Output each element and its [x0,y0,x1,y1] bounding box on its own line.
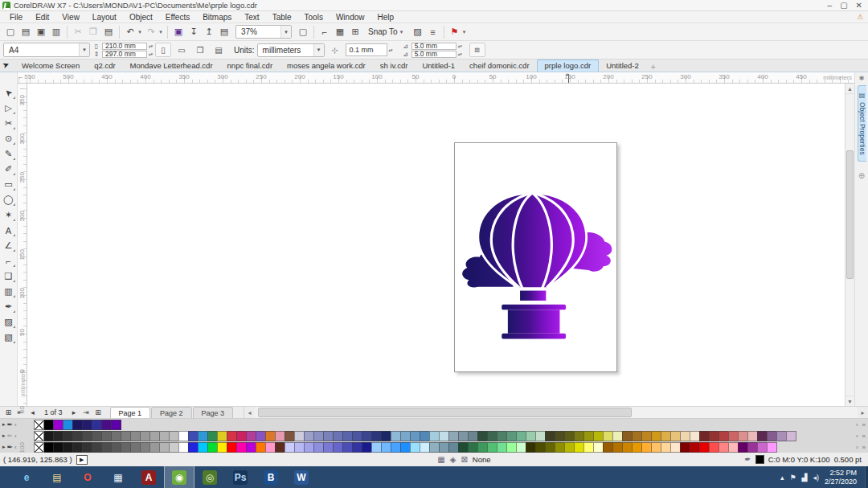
doc-tab-untitled-2[interactable]: Untitled-2 [599,60,646,72]
menu-window[interactable]: Window [330,13,371,22]
duplicate-y-stepper[interactable]: ▴▾ [458,52,462,55]
palette-scroll-left-icon[interactable]: ‹ [14,444,17,451]
coordinates-flyout-button[interactable]: ▶ [76,455,88,465]
palette-flyout-icon[interactable]: ▸ [2,433,6,439]
menu-bitmaps[interactable]: Bitmaps [196,13,238,22]
docker-options-icon[interactable]: ✱ [859,72,865,84]
portrait-button[interactable]: ▯ [155,43,171,57]
palette-scroll-left-icon[interactable]: ‹ [14,421,17,429]
transparency-tool[interactable]: ▥ [1,284,17,299]
artistic-media-tool[interactable]: ✐ [1,162,17,177]
palette-expand-icon[interactable]: » [862,421,866,429]
add-docker-button[interactable]: ⊕ [858,171,865,180]
doc-tab-sh-iv-cdr[interactable]: sh iv.cdr [373,60,416,72]
open-button[interactable]: ▤ [18,25,33,39]
doc-tab-prple-logo-cdr[interactable]: prple logo.cdr [537,59,600,72]
fill-icon[interactable]: ◈ [450,455,457,464]
taskbar-internet-explorer[interactable]: e [11,466,42,488]
palette-expand-icon[interactable]: » [862,433,866,440]
document-page[interactable] [454,142,617,372]
pick-tool[interactable]: ➤ [1,85,17,100]
connector-tool[interactable]: ⌐ [1,253,17,269]
vertical-scroll-track[interactable] [845,94,854,396]
treat-as-filled-button[interactable]: ⧈ [469,43,485,57]
vertical-scrollbar[interactable]: ▲ ▼ [845,84,854,406]
units-select[interactable]: millimeters ▾ [257,43,325,57]
redo-button[interactable]: ↷ [144,25,158,39]
palette-scroll-right-icon[interactable]: › [856,421,858,429]
application-launcher-button[interactable]: ≡ [426,25,440,39]
duplicate-x-field[interactable]: 5.0 mm [411,43,457,50]
shape-tool[interactable]: ▷ [1,100,17,116]
menu-file[interactable]: File [3,13,29,22]
duplicate-y-field[interactable]: 5.0 mm [411,51,457,58]
current-page-button[interactable]: ▤ [211,43,227,57]
nudge-distance-field[interactable]: 0.1 mm [346,43,387,56]
redo-dropdown[interactable]: ▾ [158,29,164,35]
page-width-stepper[interactable]: ▴▾ [149,44,153,47]
export-button[interactable]: ↥ [202,25,216,39]
undo-button[interactable]: ↶ [123,25,137,39]
snap-to-dropdown[interactable]: Snap To▾ [363,27,410,36]
doc-tab-welcome-screen[interactable]: Welcome Screen [14,60,87,72]
page-tab-page-1[interactable]: Page 1 [110,407,151,418]
upgrade-alert-icon[interactable]: ⚠ [857,13,863,21]
vertical-scroll-thumb[interactable] [846,150,854,279]
horizontal-scrollbar[interactable]: ◂ ▸ [244,407,868,418]
menu-table[interactable]: Table [266,13,298,22]
full-screen-preview-button[interactable]: ▢ [296,25,310,39]
search-content-button[interactable]: ▣ [171,25,186,39]
palette-eyedropper-icon[interactable]: ✒ [7,443,14,451]
palette-scroll-left-icon[interactable]: ‹ [14,433,17,440]
page-height-field[interactable]: 297.0 mm [102,51,147,58]
taskbar-adobe-reader[interactable]: A [133,466,164,488]
page-tab-page-2[interactable]: Page 2 [151,407,192,418]
network-icon[interactable]: ▟ [802,474,808,482]
menu-layout[interactable]: Layout [86,13,123,22]
taskbar-opera[interactable]: O [72,466,103,488]
rectangle-tool[interactable]: ▭ [1,177,17,192]
zoom-level-select[interactable]: 37%▾ [235,25,292,39]
text-tool[interactable]: A [1,223,17,238]
publish-to-pdf-button[interactable]: ▤ [217,25,231,39]
show-rulers-button[interactable]: ⌐ [317,25,332,39]
zoom-tool[interactable]: ⊙ [1,131,17,146]
drop-shadow-tool[interactable]: ❑ [1,269,17,284]
vertical-ruler[interactable]: millimeters 35030025020015010050050100 [18,84,27,406]
add-page-after-button[interactable]: ⊞ [93,408,104,416]
taskbar-word[interactable]: W [286,466,317,488]
options-button[interactable]: ▨ [411,25,425,39]
copy-button[interactable]: ❐ [86,25,100,39]
doc-tab-untitled-1[interactable]: Untitled-1 [415,60,462,72]
add-page-before-button[interactable]: ⊞ [3,408,14,416]
menu-text[interactable]: Text [238,13,265,22]
all-pages-button[interactable]: ❐ [192,43,208,57]
restore-button[interactable]: ▢ [840,1,847,10]
color-swatch[interactable] [767,442,777,453]
whats-new-button[interactable]: ⚑ [448,25,462,39]
last-page-button[interactable]: ⇥ [81,408,92,416]
doc-tab-q2-cdr[interactable]: q2.cdr [87,60,122,72]
horizontal-scroll-track[interactable] [255,407,858,418]
ruler-origin-icon[interactable]: ⌐ [18,73,23,81]
palette-expand-icon[interactable]: » [862,444,866,451]
color-swatch[interactable] [111,420,121,430]
page-height-stepper[interactable]: ▴▾ [149,52,153,55]
menu-tools[interactable]: Tools [298,13,330,22]
paste-button[interactable]: ▤ [101,25,116,39]
print-button[interactable]: ▥ [49,25,63,39]
taskbar-file-explorer[interactable]: ▤ [42,466,72,488]
horizontal-ruler[interactable]: ⌐ millimeters 55050045040035030025020015… [18,72,854,84]
next-page-button[interactable]: ▸ [69,408,80,416]
no-color-swatch[interactable] [34,431,44,441]
show-desktop-button[interactable] [865,466,868,488]
palette-scroll-right-icon[interactable]: › [856,433,858,440]
parallel-dimension-tool[interactable]: ∠ [1,238,17,253]
freehand-tool[interactable]: ✎ [1,146,17,162]
document-palette-icon[interactable]: ▦ [437,455,444,464]
action-center-flag-icon[interactable]: ⚑ [789,474,796,482]
minimize-button[interactable]: – [828,1,833,10]
cut-button[interactable]: ✂ [71,25,85,39]
outline-color-swatch[interactable] [755,455,764,464]
scroll-left-arrow-icon[interactable]: ◂ [244,409,255,416]
